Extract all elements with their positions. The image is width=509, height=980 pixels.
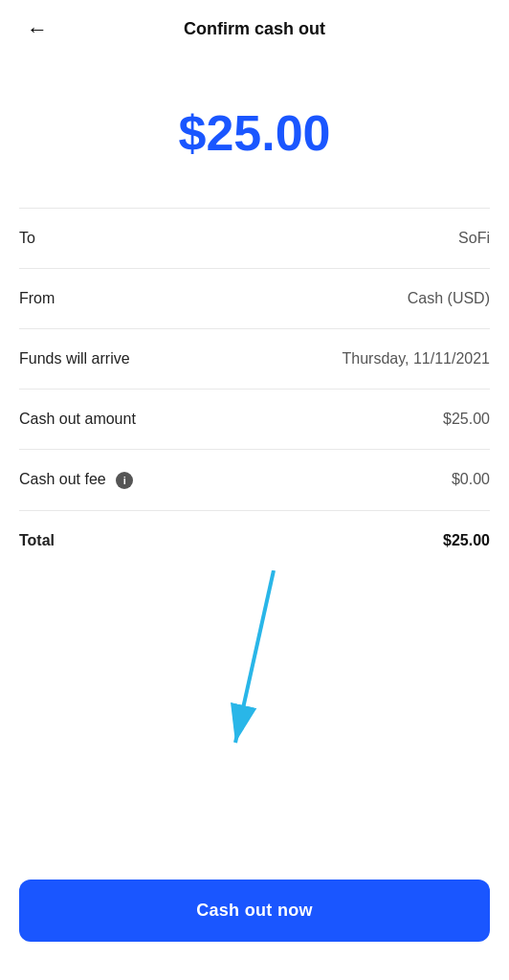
row-to: To SoFi — [19, 209, 490, 269]
amount-value: $25.00 — [178, 104, 330, 162]
svg-line-1 — [235, 570, 274, 743]
label-funds-arrive: Funds will arrive — [19, 350, 130, 368]
label-cash-out-amount: Cash out amount — [19, 411, 136, 428]
value-cash-out-fee: $0.00 — [452, 471, 490, 488]
cash-out-now-button[interactable]: Cash out now — [19, 880, 490, 942]
label-to: To — [19, 230, 35, 247]
value-funds-arrive: Thursday, 11/11/2021 — [343, 350, 490, 368]
value-cash-out-amount: $25.00 — [443, 411, 490, 428]
value-from: Cash (USD) — [408, 290, 490, 307]
arrow-icon — [197, 570, 312, 762]
info-icon[interactable]: i — [116, 472, 133, 489]
label-cash-out-fee: Cash out fee i — [19, 471, 133, 489]
back-button[interactable]: ← — [19, 13, 55, 46]
row-funds-arrive: Funds will arrive Thursday, 11/11/2021 — [19, 329, 490, 390]
row-total: Total $25.00 — [19, 511, 490, 570]
screen: ← Confirm cash out $25.00 To SoFi From C… — [0, 0, 509, 980]
row-cash-out-fee: Cash out fee i $0.00 — [19, 450, 490, 511]
row-from: From Cash (USD) — [19, 269, 490, 329]
value-to: SoFi — [458, 230, 490, 247]
bottom-section: Cash out now — [0, 864, 509, 980]
row-cash-out-amount: Cash out amount $25.00 — [19, 390, 490, 450]
details-list: To SoFi From Cash (USD) Funds will arriv… — [0, 209, 509, 570]
header: ← Confirm cash out — [0, 0, 509, 58]
value-total: $25.00 — [443, 532, 490, 549]
arrow-annotation — [0, 570, 509, 864]
label-from: From — [19, 290, 55, 307]
page-title: Confirm cash out — [184, 19, 325, 39]
amount-section: $25.00 — [0, 58, 509, 208]
label-total: Total — [19, 532, 55, 549]
